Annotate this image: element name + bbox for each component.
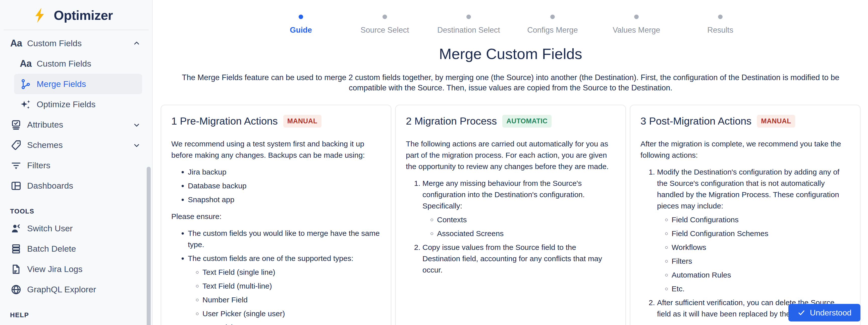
sub-list: Contexts Associated Screens <box>423 214 615 239</box>
sidebar-item-custom-fields[interactable]: Aa Custom Fields <box>14 54 142 74</box>
step-source-select[interactable]: Source Select <box>343 14 427 35</box>
sidebar-item-label: View Jira Logs <box>27 264 83 274</box>
sidebar-item-label: Schemes <box>27 140 63 150</box>
globe-icon <box>10 284 22 296</box>
sidebar-item-label: GraphQL Explorer <box>27 285 96 294</box>
step-results[interactable]: Results <box>678 14 762 35</box>
card-paragraph: After the migration is complete, we reco… <box>641 138 850 161</box>
chevron-down-icon <box>133 121 141 129</box>
check-icon <box>798 309 805 317</box>
post-migration-card: 3 Post-Migration Actions MANUAL After th… <box>630 105 861 325</box>
sidebar-item-merge-fields[interactable]: Merge Fields <box>14 74 142 94</box>
switch-user-icon <box>10 223 22 235</box>
sidebar-item-graphql-explorer[interactable]: GraphQL Explorer <box>0 279 152 300</box>
list-item: Merge any missing behaviour from the Sou… <box>423 177 615 239</box>
automatic-badge: AUTOMATIC <box>502 115 552 128</box>
sidebar-item-label: Switch User <box>27 224 72 233</box>
lightning-bolt-icon <box>32 7 49 24</box>
list-item: Field Configurations <box>672 214 850 225</box>
migration-process-card: 2 Migration Process AUTOMATIC The follow… <box>395 105 626 325</box>
sidebar: Optimizer Aa Custom Fields Aa Custom Fie… <box>0 0 153 325</box>
card-title: 1 Pre-Migration Actions <box>171 115 278 127</box>
sidebar-item-label: Merge Fields <box>37 79 86 89</box>
post-migration-steps-list: Modify the Destination's configuration b… <box>641 166 850 320</box>
understood-button[interactable]: Understood <box>788 304 861 322</box>
git-merge-icon <box>20 78 32 90</box>
list-item: The custom fields are one of the support… <box>188 253 381 325</box>
step-dot-icon <box>718 14 722 19</box>
list-item: Etc. <box>672 283 850 294</box>
list-item: Contexts <box>437 214 615 225</box>
step-dot-icon <box>634 14 639 19</box>
sidebar-item-label: Attributes <box>27 120 63 130</box>
guide-cards: 1 Pre-Migration Actions MANUAL We recomm… <box>153 93 868 325</box>
chevron-down-icon <box>133 141 141 149</box>
chevron-up-icon <box>133 39 141 47</box>
custom-fields-aa-icon: Aa <box>20 58 32 70</box>
step-dot-icon <box>466 14 471 19</box>
step-values-merge[interactable]: Values Merge <box>594 14 678 35</box>
list-item: Automation Rules <box>672 269 850 281</box>
app-logo[interactable]: Optimizer <box>0 0 152 30</box>
sidebar-item-switch-user[interactable]: Switch User <box>0 218 152 238</box>
sidebar-item-batch-delete[interactable]: Batch Delete <box>0 238 152 259</box>
sidebar-item-label: Optimize Fields <box>37 99 95 109</box>
list-item: Modify the Destination's configuration b… <box>657 166 850 294</box>
sidebar-nav: Aa Custom Fields Aa Custom Fields Merge … <box>0 30 152 319</box>
understood-label: Understood <box>810 308 851 318</box>
list-item: Filters <box>672 255 850 267</box>
sidebar-item-view-jira-logs[interactable]: View Jira Logs <box>0 259 152 279</box>
sidebar-item-label: Dashboards <box>27 181 73 191</box>
list-item: User Picker (single user) <box>203 308 381 319</box>
sparkles-icon <box>20 98 32 110</box>
backup-options-list: Jira backup Database backup Snapshot app <box>171 166 381 205</box>
sidebar-scrollbar-thumb[interactable] <box>147 167 151 325</box>
sidebar-item-dashboards[interactable]: Dashboards <box>0 175 152 196</box>
optimizer-app: Optimizer Aa Custom Fields Aa Custom Fie… <box>0 0 868 325</box>
list-item: Number Field <box>203 294 381 305</box>
supported-types-list: Text Field (single line) Text Field (mul… <box>188 266 381 325</box>
layout-icon <box>10 180 22 192</box>
step-dot-icon <box>550 14 555 19</box>
sidebar-item-filters[interactable]: Filters <box>0 155 152 175</box>
ensure-list: The custom fields you would like to merg… <box>171 228 381 325</box>
step-dot-icon <box>299 14 303 19</box>
page-intro: The Merge Fields feature can be used to … <box>177 73 845 93</box>
sidebar-item-label: Batch Delete <box>27 244 76 254</box>
card-title: 3 Post-Migration Actions <box>641 115 751 127</box>
custom-fields-aa-icon: Aa <box>10 37 22 50</box>
sidebar-item-schemes[interactable]: Schemes <box>0 135 152 155</box>
card-paragraph: Please ensure: <box>171 211 381 222</box>
step-destination-select[interactable]: Destination Select <box>427 14 510 35</box>
sidebar-item-attributes[interactable]: Attributes <box>0 115 152 135</box>
manual-badge: MANUAL <box>283 115 321 128</box>
list-item: Copy issue values from the Source field … <box>423 241 615 275</box>
list-item: Text Field (single line) <box>203 266 381 278</box>
wizard-stepper: Guide Source Select Destination Select C… <box>153 0 868 35</box>
sidebar-item-label: Custom Fields <box>27 38 82 48</box>
app-title: Optimizer <box>54 8 113 23</box>
list-item: Jira backup <box>188 166 381 177</box>
list-item: Workflows <box>672 241 850 253</box>
sidebar-item-optimize-fields[interactable]: Optimize Fields <box>14 94 142 115</box>
sub-list: Field Configurations Field Configuration… <box>657 214 850 294</box>
sidebar-item-label: Filters <box>27 161 51 170</box>
page-title: Merge Custom Fields <box>153 45 868 63</box>
manual-badge: MANUAL <box>757 115 795 128</box>
list-item: Associated Screens <box>437 228 615 239</box>
sidebar-item-label: Custom Fields <box>37 59 91 69</box>
step-configs-merge[interactable]: Configs Merge <box>510 14 594 35</box>
pre-migration-card: 1 Pre-Migration Actions MANUAL We recomm… <box>161 105 391 325</box>
list-item: Database backup <box>188 180 381 191</box>
stack-icon <box>10 243 22 255</box>
attributes-card-check-icon <box>10 119 22 131</box>
step-guide[interactable]: Guide <box>259 14 343 35</box>
sidebar-item-custom-fields-group[interactable]: Aa Custom Fields <box>0 33 152 54</box>
list-item: Text Field (multi-line) <box>203 280 381 292</box>
tools-section-label: TOOLS <box>0 207 152 215</box>
list-item: The custom fields you would like to merg… <box>188 228 381 250</box>
migration-steps-list: Merge any missing behaviour from the Sou… <box>406 177 615 275</box>
card-title: 2 Migration Process <box>406 115 497 127</box>
card-paragraph: We recommend using a test system first a… <box>171 138 381 161</box>
tag-icon <box>10 139 22 151</box>
